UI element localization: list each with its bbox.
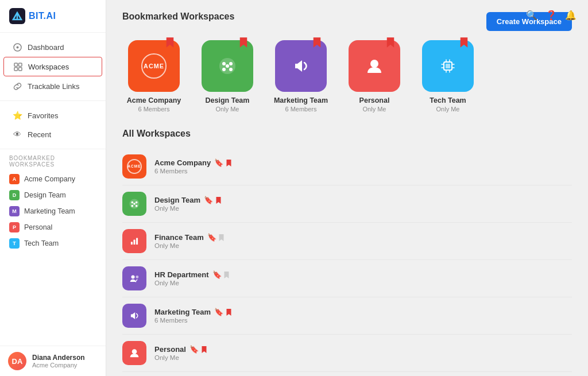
svg-point-14: [226, 64, 229, 68]
logo-area: BIT.AI: [0, 0, 106, 33]
sidebar-bookmarked-item[interactable]: DDesign Team: [9, 187, 96, 203]
ws-card-name: Design Team: [206, 96, 250, 104]
bookmarked-header: Bookmarked Workspaces Create Workspace: [122, 11, 572, 31]
ws-list-icon: ACME: [122, 154, 146, 179]
all-workspaces-section: All Workspaces ACME Acme Company 🔖 6 Mem…: [122, 129, 572, 376]
bookmarked-title: Bookmarked Workspaces: [122, 11, 234, 22]
svg-point-29: [131, 205, 134, 207]
sidebar: BIT.AI Dashboard Workspaces Trackable Li…: [0, 0, 106, 376]
ws-list-meta: Only Me: [154, 242, 572, 249]
sidebar-footer: DA Diana Anderson Acme Company: [0, 346, 106, 376]
avatar: DA: [8, 352, 26, 370]
nav-workspaces[interactable]: Workspaces: [3, 57, 102, 76]
svg-point-13: [229, 68, 233, 71]
nav-trackable-links[interactable]: Trackable Links: [3, 77, 102, 95]
all-workspaces-title: All Workspaces: [122, 129, 572, 139]
ws-list-meta: Only Me: [154, 354, 572, 361]
workspace-card[interactable]: Personal Only Me: [343, 40, 406, 113]
bookmark-badge: [312, 37, 322, 49]
svg-rect-5: [14, 63, 18, 67]
list-bookmark-icon: 🔖: [204, 196, 222, 205]
ws-list-icon: [122, 229, 146, 253]
ws-list-icon: [122, 304, 146, 328]
sidebar-bookmarked-item[interactable]: MMarketing Team: [9, 203, 96, 219]
workspace-card[interactable]: Marketing Team 6 Members: [269, 40, 332, 113]
notifications-icon[interactable]: 🔔: [565, 9, 577, 21]
list-bookmark-icon: 🔖: [212, 270, 230, 280]
svg-rect-7: [14, 67, 18, 71]
list-bookmark-icon: 🔖: [189, 345, 207, 354]
workspace-cards: ACME Acme Company 6 Members Design Team …: [122, 40, 572, 113]
list-bookmark-icon: 🔖: [214, 308, 232, 317]
ws-list-name: Acme Company 🔖: [154, 158, 572, 168]
ws-card-meta: 6 Members: [285, 106, 316, 113]
svg-point-37: [132, 349, 137, 354]
ws-list-name: HR Department 🔖: [154, 270, 572, 280]
top-bar: 🔍 ❓ 🔔: [526, 9, 577, 21]
list-bookmark-icon: 🔖: [207, 233, 225, 242]
workspace-list-item[interactable]: Personal 🔖 Only Me: [122, 335, 572, 372]
bookmark-badge: [459, 37, 469, 49]
bookmark-badge: [385, 37, 396, 49]
svg-point-27: [131, 201, 134, 204]
svg-point-4: [16, 46, 18, 48]
workspace-list-item[interactable]: Marketing Team 🔖 6 Members: [122, 297, 572, 335]
svg-point-10: [222, 62, 226, 65]
workspace-card[interactable]: Design Team Only Me: [196, 40, 259, 113]
workspace-list-item[interactable]: Design Team 🔖 Only Me: [122, 185, 572, 223]
user-name: Diana Anderson: [32, 354, 85, 362]
ws-list-icon: [122, 192, 146, 216]
ws-list-icon: [122, 341, 146, 365]
favorites-icon: ⭐: [13, 111, 22, 120]
sidebar-bookmarked-list: AAcme CompanyDDesign TeamMMarketing Team…: [9, 171, 96, 251]
search-icon[interactable]: 🔍: [526, 9, 537, 21]
svg-point-11: [229, 62, 233, 65]
sidebar-bookmarked-item[interactable]: PPersonal: [9, 219, 96, 235]
svg-point-12: [222, 68, 226, 71]
svg-point-36: [136, 276, 138, 278]
workspace-list-item[interactable]: ACME Acme Company 🔖 6 Members: [122, 148, 572, 185]
ws-card-meta: Only Me: [363, 106, 386, 113]
workspace-list-item[interactable]: HR Department 🔖 Only Me: [122, 260, 572, 297]
ws-card-meta: 6 Members: [138, 106, 169, 113]
svg-point-31: [133, 203, 136, 205]
workspace-card[interactable]: ACME Acme Company 6 Members: [122, 40, 185, 113]
bookmark-badge: [165, 37, 175, 49]
ws-list-name: Finance Team 🔖: [154, 233, 572, 242]
workspace-card[interactable]: Tech Team Only Me: [416, 40, 479, 113]
main-content: Bookmarked Workspaces Create Workspace A…: [106, 0, 588, 376]
favorites-section: ⭐ Favorites 👁 Recent: [0, 101, 106, 149]
ws-card-name: Personal: [359, 96, 390, 104]
ws-list-icon: [122, 266, 146, 290]
ws-card-name: Acme Company: [127, 96, 181, 104]
ws-card-meta: Only Me: [436, 106, 460, 113]
nav-dashboard[interactable]: Dashboard: [3, 38, 102, 56]
workspace-list-item[interactable]: Finance Team 🔖 Only Me: [122, 223, 572, 260]
svg-point-35: [131, 276, 135, 279]
svg-rect-34: [136, 238, 138, 245]
ws-list-name: Personal 🔖: [154, 345, 572, 354]
help-icon[interactable]: ❓: [546, 9, 557, 21]
nav-favorites[interactable]: ⭐ Favorites: [3, 106, 102, 125]
ws-list-meta: Only Me: [154, 280, 572, 286]
ws-list-meta: 6 Members: [154, 168, 572, 175]
svg-rect-6: [18, 63, 22, 67]
bookmarked-section-label: BOOKMARKED WORKSPACES: [9, 155, 96, 168]
ws-list-name: Marketing Team 🔖: [154, 308, 572, 317]
bookmark-badge: [238, 37, 249, 49]
ws-list-meta: Only Me: [154, 205, 572, 212]
sidebar-bookmarked-item[interactable]: AAcme Company: [9, 171, 96, 187]
svg-point-28: [136, 201, 138, 204]
sidebar-bookmarked-item[interactable]: TTech Team: [9, 235, 96, 251]
logo-icon: [9, 8, 25, 24]
svg-rect-32: [131, 242, 133, 245]
logo-text: BIT.AI: [29, 11, 56, 21]
nav-recent[interactable]: 👁 Recent: [3, 125, 102, 144]
trackable-links-icon: [13, 82, 22, 91]
recent-icon: 👁: [13, 130, 22, 139]
workspace-list-item[interactable]: Product Team 🔖 Only Me: [122, 372, 572, 376]
nav-section: Dashboard Workspaces Trackable Links: [0, 33, 106, 101]
list-bookmark-icon: 🔖: [214, 158, 232, 168]
dashboard-icon: [13, 42, 22, 52]
svg-point-15: [370, 60, 378, 68]
